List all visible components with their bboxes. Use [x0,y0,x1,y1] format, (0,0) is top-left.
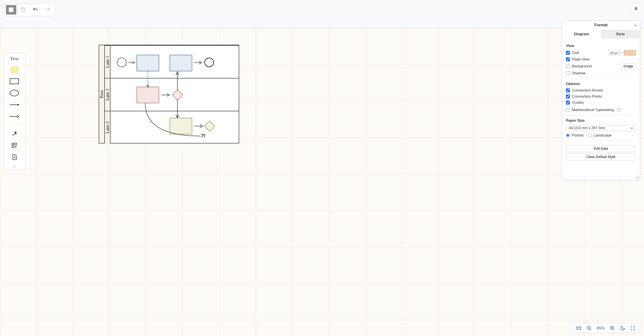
options-section-heading: Options [566,82,636,86]
more-shapes-tool[interactable] [9,141,19,150]
pool-label: Pool [99,90,104,98]
shadow-checkbox[interactable] [566,71,570,75]
lane2-header[interactable]: Lane 2 [105,78,110,111]
svg-point-1 [10,8,11,9]
task-shape[interactable] [170,118,192,134]
view-section-heading: View [566,44,636,48]
panel-resize-handle[interactable] [636,176,639,179]
clear-default-style-button[interactable]: Clear Default Style [566,153,636,160]
chevron-down-icon [630,126,633,130]
svg-line-28 [613,329,614,330]
collapse-panel-icon[interactable] [634,23,637,28]
lane1-header[interactable]: Lane 1 [105,46,110,78]
shapes-panel-button[interactable] [6,5,16,14]
connection-arrows-checkbox[interactable] [566,88,570,92]
portrait-label: Portrait [572,133,584,138]
text-tool[interactable]: Text [10,56,19,61]
edit-data-button[interactable]: Edit Data [566,145,636,152]
connection-points-checkbox[interactable] [566,94,570,98]
task-shape[interactable] [136,55,159,71]
ellipse-shape[interactable] [9,89,19,97]
connection-points-label: Connection Points [572,94,602,99]
top-toolbar [4,3,55,16]
background-checkbox[interactable] [566,64,570,68]
svg-line-25 [590,329,591,330]
palette-expand[interactable] [9,165,19,169]
format-tabs: Diagram Style [562,30,640,38]
svg-rect-2 [9,10,11,11]
line-shape[interactable] [9,101,19,109]
freehand-tool[interactable] [9,130,19,138]
grid-size-down-icon[interactable]: ▼ [618,53,622,54]
grid-size-input[interactable]: 20 pt ▲▼ [608,50,622,55]
paper-size-select[interactable]: A4 (210 mm x 297 mm) [566,125,636,131]
math-typesetting-label: Mathematical Typesetting [572,108,614,112]
task-shape[interactable] [170,55,192,71]
shapes-palette: Text [4,53,25,170]
sticky-note-shape[interactable] [9,65,19,74]
page-view-label: Page View [572,57,590,61]
lane1-label: Lane 1 [105,56,110,68]
format-panel-title: Format [594,23,608,27]
svg-rect-3 [12,10,13,11]
lane3-header[interactable]: Lane 3 [105,111,110,143]
lane3-label: Lane 3 [105,121,110,133]
paper-size-value: A4 (210 mm x 297 mm) [569,126,605,130]
svg-rect-12 [12,146,14,148]
portrait-radio[interactable] [566,133,570,137]
pool-diagram[interactable]: − Pool − Lane 1 − Lane 2 [99,45,239,143]
fullscreen-icon[interactable] [630,325,636,331]
task-shape[interactable] [136,87,159,103]
end-event[interactable] [204,58,214,67]
zoom-level[interactable]: 85% [597,326,605,331]
connection-arrows-label: Connection Arrows [572,88,603,93]
landscape-radio[interactable] [588,133,592,137]
svg-marker-8 [18,104,19,106]
tab-diagram[interactable]: Diagram [562,30,601,38]
gateway-shape[interactable] [204,121,215,132]
canvas[interactable] [0,28,644,336]
zoom-out-icon[interactable] [586,325,592,331]
grid-color-swatch[interactable] [624,50,636,55]
help-icon[interactable]: ? [617,108,621,112]
arrow-shape[interactable] [9,112,19,121]
grid-size-value: 20 [610,51,614,55]
page-view-checkbox[interactable] [566,57,570,61]
grid-checkbox[interactable] [566,51,570,55]
gateway-shape[interactable] [172,89,183,101]
delete-button[interactable] [18,5,28,14]
background-image-button[interactable]: Image [621,63,636,69]
paper-size-heading: Paper Size [566,118,636,123]
lane2-label: Lane 2 [105,89,110,101]
arrow-icon [194,60,203,65]
dark-mode-icon[interactable] [620,325,626,331]
zoom-in-icon[interactable] [610,325,615,331]
undo-button[interactable] [30,5,41,14]
tab-style[interactable]: Style [601,30,640,38]
start-event[interactable] [117,58,126,67]
background-label: Background [572,64,592,68]
grid-size-unit: pt [615,51,618,55]
landscape-label: Landscape [594,133,612,138]
format-panel-header: Format [562,21,640,30]
grid-label: Grid [572,51,579,55]
guides-label: Guides [572,100,584,105]
rectangle-shape[interactable] [9,77,19,85]
outline-icon[interactable] [576,325,582,331]
status-bar: 85% [572,324,640,333]
arrow-icon [161,93,170,97]
shadow-label: Shadow [572,71,585,75]
guides-checkbox[interactable] [566,101,570,104]
math-typesetting-checkbox[interactable] [566,108,570,112]
arrow-icon [128,60,136,65]
svg-rect-10 [12,143,14,145]
format-panel: Format Diagram Style View Grid 20 pt ▲▼ … [562,20,640,180]
notifications-button[interactable] [631,4,641,14]
pool-header[interactable]: Pool [99,45,105,143]
redo-button[interactable] [42,5,53,14]
arrow-icon [194,124,204,128]
template-tool[interactable] [9,153,19,161]
svg-rect-11 [15,143,16,145]
